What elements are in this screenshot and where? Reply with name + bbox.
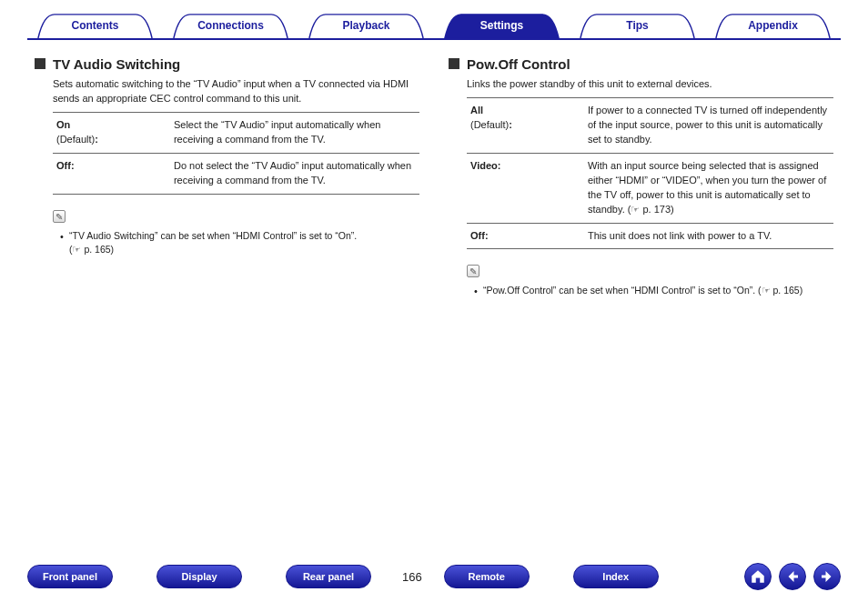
nav-index[interactable]: Index	[573, 565, 659, 588]
home-icon[interactable]	[744, 563, 772, 590]
option-value: With an input source being selected that…	[584, 153, 833, 223]
note-text: “Pow.Off Control” can be set when “HDMI …	[474, 284, 833, 298]
table-row: All (Default): If power to a connected T…	[467, 97, 833, 153]
nav-front-panel[interactable]: Front panel	[27, 565, 113, 588]
top-tabs: Contents Connections Playback Settings T…	[27, 13, 841, 40]
option-key: Off:	[53, 153, 170, 194]
nav-rear-panel[interactable]: Rear panel	[286, 565, 371, 588]
page-reference[interactable]: (☞ p. 165)	[69, 244, 114, 255]
option-value: This unit does not link with power to a …	[584, 223, 833, 249]
tab-appendix[interactable]: Appendix	[705, 13, 841, 38]
nav-display[interactable]: Display	[156, 565, 242, 588]
section-description: Links the power standby of this unit to …	[467, 77, 833, 92]
option-key: On (Default):	[53, 112, 170, 153]
bottom-nav: Front panel Display Rear panel 166 Remot…	[27, 563, 841, 590]
table-row: Off: Do not select the “TV Audio” input …	[53, 153, 419, 194]
prev-page-icon[interactable]	[779, 563, 806, 590]
section-tv-audio-switching: TV Audio Switching Sets automatic switch…	[35, 56, 419, 302]
section-description: Sets automatic switching to the “TV Audi…	[53, 77, 419, 106]
option-key: All (Default):	[467, 97, 584, 153]
option-key: Video:	[467, 153, 584, 223]
option-key: Off:	[467, 223, 584, 249]
option-value: Select the “TV Audio” input automaticall…	[170, 112, 419, 153]
next-page-icon[interactable]	[813, 563, 841, 590]
tab-tips[interactable]: Tips	[570, 13, 705, 38]
note-text: “TV Audio Switching” can be set when “HD…	[60, 229, 419, 258]
nav-remote[interactable]: Remote	[444, 565, 530, 588]
section-title: TV Audio Switching	[35, 56, 419, 72]
tab-settings[interactable]: Settings	[434, 13, 570, 38]
page-reference[interactable]: (☞ p. 165)	[758, 285, 802, 296]
tab-playback[interactable]: Playback	[298, 13, 434, 38]
table-row: Off: This unit does not link with power …	[467, 223, 833, 249]
page-number: 166	[402, 570, 422, 584]
pencil-icon: ✎	[53, 210, 66, 223]
table-row: Video: With an input source being select…	[467, 153, 833, 223]
section-pow-off-control: Pow.Off Control Links the power standby …	[449, 56, 833, 302]
options-table: On (Default): Select the “TV Audio” inpu…	[53, 112, 419, 195]
tab-contents[interactable]: Contents	[27, 13, 163, 38]
tab-connections[interactable]: Connections	[163, 13, 298, 38]
options-table: All (Default): If power to a connected T…	[467, 97, 833, 250]
option-value: Do not select the “TV Audio” input autom…	[170, 153, 419, 194]
option-value: If power to a connected TV is turned off…	[584, 97, 833, 153]
pencil-icon: ✎	[467, 265, 479, 277]
table-row: On (Default): Select the “TV Audio” inpu…	[53, 112, 419, 153]
section-title: Pow.Off Control	[449, 56, 833, 72]
